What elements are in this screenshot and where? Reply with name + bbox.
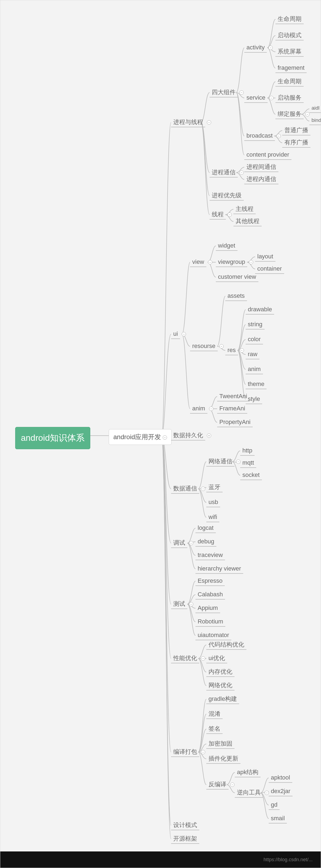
node-proguard[interactable]: 混淆 (206, 709, 223, 719)
node-a-launch[interactable]: 启动模式 (276, 30, 304, 40)
toggle-icon[interactable]: − (269, 96, 274, 100)
node-a-screen[interactable]: 系统屏幕 (276, 46, 304, 57)
node-debug[interactable]: 调试− (171, 538, 193, 548)
node-ipc-intra[interactable]: 进程内通信 (244, 174, 278, 184)
node-ipc-inter[interactable]: 进程间通信 (244, 162, 278, 172)
toggle-icon[interactable]: − (189, 541, 193, 545)
toggle-icon[interactable]: − (249, 260, 253, 265)
node-build[interactable]: 编译打包− (171, 747, 205, 757)
node-gradle[interactable]: gradle构建 (206, 694, 239, 704)
node-propani[interactable]: PropertyAni (217, 417, 253, 427)
node-pf-code[interactable]: 代码结构优化 (206, 640, 246, 650)
node-t-other[interactable]: 其他线程 (234, 216, 262, 226)
node-drawable[interactable]: drawable (246, 304, 274, 315)
toggle-icon[interactable]: − (277, 134, 281, 138)
node-view[interactable]: view− (190, 257, 212, 267)
toggle-icon[interactable]: − (219, 344, 224, 348)
node-netcomm[interactable]: 网络通信− (206, 456, 241, 467)
node-smali[interactable]: smail (269, 813, 287, 824)
node-datacomm[interactable]: 数据通信− (171, 484, 205, 494)
toggle-icon[interactable]: − (236, 460, 241, 464)
node-service[interactable]: service− (244, 93, 274, 103)
node-widget[interactable]: widget (216, 241, 238, 251)
node-broadcast[interactable]: broadcast− (244, 130, 281, 141)
node-pattern[interactable]: 设计模式 (171, 820, 199, 830)
toggle-icon[interactable]: − (269, 45, 273, 50)
node-perf[interactable]: 性能优化− (171, 653, 205, 663)
node-a-frag[interactable]: fragement (276, 63, 307, 73)
node-b-normal[interactable]: 普通广播 (282, 125, 311, 135)
node-sign[interactable]: 签名 (206, 723, 223, 734)
node-assets[interactable]: assets (225, 291, 247, 301)
node-pf-net[interactable]: 网络优化 (206, 680, 235, 690)
toggle-icon[interactable]: − (240, 348, 244, 352)
node-thread[interactable]: 线程− (210, 209, 232, 220)
toggle-icon[interactable]: − (201, 750, 205, 754)
toggle-icon[interactable]: − (201, 656, 205, 661)
node-t-main[interactable]: 主线程 (234, 204, 256, 214)
node-tween[interactable]: TweentAni (217, 391, 249, 401)
node-activity[interactable]: activity− (244, 42, 273, 53)
node-logcat[interactable]: logcat (195, 523, 216, 533)
node-mqtt[interactable]: mqtt (240, 458, 256, 468)
node-pf-ui[interactable]: ui优化 (206, 653, 227, 663)
toggle-icon[interactable]: + (207, 433, 211, 438)
node-s-bind[interactable]: 绑定服务− (276, 109, 310, 119)
node-s-binder[interactable]: binder (309, 116, 321, 125)
node-resanim[interactable]: anim (246, 364, 263, 374)
node-opensrc[interactable]: 开源框架 (171, 834, 199, 844)
node-b-ordered[interactable]: 有序广播 (282, 137, 311, 148)
toggle-icon[interactable]: − (207, 120, 211, 125)
toggle-icon[interactable]: − (239, 170, 244, 175)
node-frameani[interactable]: FrameAni (217, 403, 247, 414)
node-apktool[interactable]: apktool (269, 772, 292, 783)
node-http[interactable]: http (240, 445, 255, 456)
node-retools[interactable]: 逆向工具− (235, 787, 269, 798)
node-viewgroup[interactable]: viewgroup− (216, 257, 253, 267)
toggle-icon[interactable]: − (264, 790, 269, 795)
node-s-start[interactable]: 启动服务 (276, 93, 304, 103)
node-pf-mem[interactable]: 内存优化 (206, 666, 235, 677)
toggle-icon[interactable]: − (239, 90, 244, 95)
node-usb[interactable]: usb (206, 497, 220, 507)
node-decompile[interactable]: 反编译− (206, 779, 235, 789)
node-calabash[interactable]: Calabash (195, 589, 225, 599)
node-bt[interactable]: 蓝牙 (206, 482, 223, 492)
toggle-icon[interactable]: − (182, 332, 186, 336)
node-cp[interactable]: content provider (244, 150, 291, 160)
node-robotium[interactable]: Robotium (195, 616, 225, 627)
node-hv[interactable]: hierarchy viewer (195, 563, 243, 574)
node-plugin[interactable]: 插件化更新 (206, 753, 241, 764)
toggle-icon[interactable]: − (305, 112, 310, 117)
main-node[interactable]: android应用开发− (109, 429, 172, 445)
toggle-icon[interactable]: − (209, 407, 213, 411)
node-test[interactable]: 测试− (171, 599, 193, 609)
node-appium[interactable]: Appium (195, 603, 220, 613)
node-res[interactable]: res− (225, 345, 244, 355)
node-s-life[interactable]: 生命周期 (276, 76, 304, 87)
node-trace[interactable]: traceview (195, 550, 225, 560)
toggle-icon[interactable]: − (230, 782, 235, 787)
toggle-icon[interactable]: − (201, 487, 205, 491)
node-espresso[interactable]: Espresso (195, 576, 225, 586)
node-raw[interactable]: raw (246, 349, 259, 359)
node-persist[interactable]: 数据持久化+ (171, 430, 211, 440)
node-prio[interactable]: 进程优先级 (210, 190, 244, 200)
node-dex2jar[interactable]: dex2jar (269, 786, 292, 796)
node-s-aidl[interactable]: aidl (309, 103, 321, 113)
node-uiautomator[interactable]: uiautomator (195, 630, 231, 640)
node-wifi[interactable]: wifi (206, 512, 219, 522)
node-components[interactable]: 四大组件− (210, 87, 244, 97)
node-anim[interactable]: anim− (190, 403, 213, 414)
toggle-icon[interactable]: − (227, 213, 232, 217)
node-container[interactable]: container (255, 264, 284, 274)
node-socket[interactable]: socket (240, 470, 262, 480)
toggle-icon[interactable]: − (189, 602, 193, 606)
node-theme[interactable]: theme (246, 379, 266, 389)
node-encrypt[interactable]: 加密加固 (206, 739, 235, 749)
node-apk[interactable]: apk结构 (235, 767, 260, 777)
node-dbg[interactable]: debug (195, 536, 216, 547)
toggle-icon[interactable]: − (208, 260, 212, 265)
node-gd[interactable]: gd (269, 800, 280, 810)
node-string[interactable]: string (246, 319, 264, 330)
